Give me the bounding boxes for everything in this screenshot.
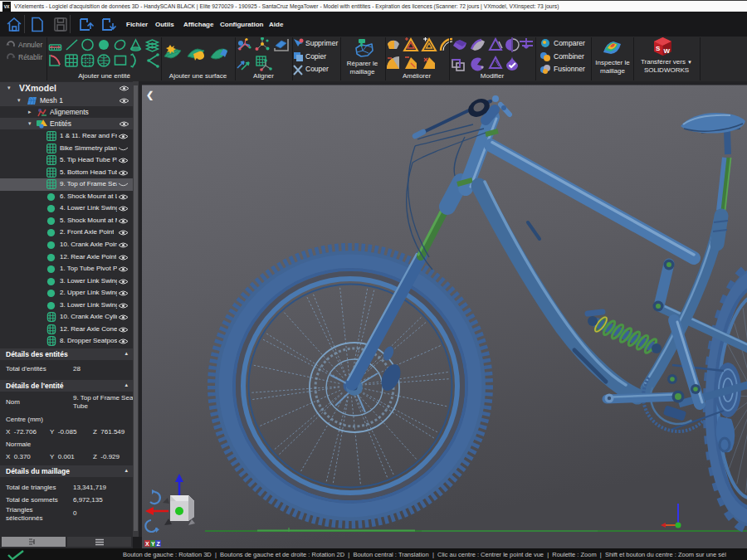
svg-text:X: X xyxy=(145,541,149,547)
svg-text:W: W xyxy=(664,47,671,55)
svg-text:Y: Y xyxy=(151,541,155,547)
svg-text:S: S xyxy=(656,45,661,52)
svg-text:❮: ❮ xyxy=(146,90,154,101)
svg-text:Z: Z xyxy=(157,541,161,547)
